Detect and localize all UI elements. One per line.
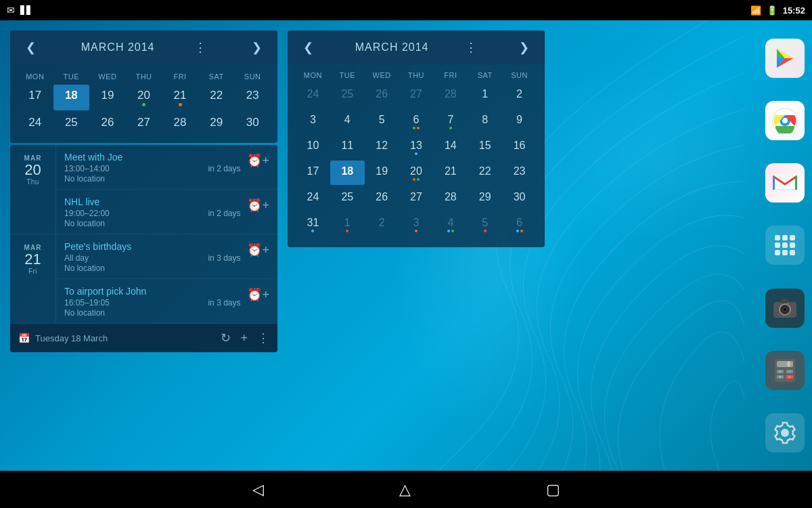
rcal-26p[interactable]: 26 — [365, 83, 399, 108]
event-add-btn-birthdays[interactable]: ⏰+ — [244, 241, 272, 259]
status-bar: ✉ ▋▋ 📶 🔋 15:52 — [0, 0, 812, 20]
svg-rect-10 — [773, 176, 775, 190]
rcal-1[interactable]: 1 — [468, 83, 502, 108]
rcal-1n[interactable]: 1 — [330, 212, 365, 236]
event-add-btn-meet-joe[interactable]: ⏰+ — [244, 152, 272, 169]
cal-day-27[interactable]: 27 — [126, 112, 162, 133]
cal-day-18[interactable]: 18 — [53, 85, 90, 110]
small-cal-header: ❮ MARCH 2014 ⋮ ❯ — [10, 30, 277, 64]
cal-day-17[interactable]: 17 — [17, 85, 53, 110]
rcal-5[interactable]: 5 — [365, 109, 399, 133]
settings-btn[interactable] — [765, 413, 805, 452]
rcal-7[interactable]: 7 — [433, 109, 468, 133]
event-time-airport: 16:05–19:05 — [64, 298, 110, 308]
rcal-19[interactable]: 19 — [365, 161, 399, 185]
rcal-30[interactable]: 30 — [502, 186, 537, 211]
rcal-22[interactable]: 22 — [468, 161, 502, 185]
rcal-6n[interactable]: 6 — [502, 212, 537, 236]
rcal-25p[interactable]: 25 — [330, 83, 365, 108]
play-store-icon — [773, 46, 797, 70]
event-item-meet-joe[interactable]: Meet with Joe 13:00–14:00 in 2 days No l… — [56, 145, 277, 190]
cal-day-21[interactable]: 21 — [162, 85, 198, 110]
rcal-24p[interactable]: 24 — [296, 83, 330, 108]
rcal-18-today[interactable]: 18 — [330, 161, 365, 185]
svg-rect-28 — [777, 361, 793, 367]
rcal-23[interactable]: 23 — [502, 161, 537, 185]
rcal-3[interactable]: 3 — [296, 109, 330, 133]
cal-day-28[interactable]: 28 — [162, 112, 198, 133]
right-cal-prev-btn[interactable]: ❮ — [298, 39, 319, 56]
footer-menu-btn[interactable]: ⋮ — [257, 331, 269, 345]
rcal-28p[interactable]: 28 — [433, 83, 468, 108]
rcal-24[interactable]: 24 — [296, 186, 330, 211]
rcal-10[interactable]: 10 — [296, 135, 330, 159]
event-item-nhl[interactable]: NHL live 19:00–22:00 in 2 days No locati… — [56, 190, 277, 234]
small-cal-next-btn[interactable]: ❯ — [246, 39, 267, 56]
rcal-31[interactable]: 31 — [296, 212, 330, 236]
cal-day-19[interactable]: 19 — [89, 85, 126, 110]
event-items-mar20: Meet with Joe 13:00–14:00 in 2 days No l… — [56, 145, 277, 234]
rcal-2n[interactable]: 2 — [365, 212, 399, 236]
cal-day-25[interactable]: 25 — [53, 112, 90, 133]
right-cal-menu-btn[interactable]: ⋮ — [465, 40, 477, 55]
rcal-13[interactable]: 13 — [399, 135, 434, 159]
camera-btn[interactable] — [765, 289, 805, 328]
rcal-27p[interactable]: 27 — [399, 83, 434, 108]
svg-point-26 — [786, 303, 789, 305]
rcal-29[interactable]: 29 — [468, 186, 502, 211]
cal-day-26[interactable]: 26 — [89, 112, 126, 133]
event-item-airport[interactable]: To airport pick John 16:05–19:05 in 3 da… — [56, 279, 277, 323]
small-cal-grid: MON TUE WED THU FRI SAT SUN 17 18 19 20 … — [10, 64, 277, 143]
event-add-btn-nhl[interactable]: ⏰+ — [244, 196, 272, 214]
battery-icon: 🔋 — [767, 5, 777, 16]
rcal-5n[interactable]: 5 — [468, 212, 502, 236]
day-header-fri: FRI — [162, 70, 198, 83]
cal-day-20[interactable]: 20 — [126, 85, 162, 110]
day-header-mon: MON — [17, 70, 53, 83]
right-cal-grid: MON TUE WED THU FRI SAT SUN 24 25 26 27 … — [288, 64, 545, 247]
rcal-9[interactable]: 9 — [502, 109, 537, 133]
rcal-6[interactable]: 6 — [399, 109, 434, 133]
svg-rect-15 — [775, 242, 780, 248]
rcal-4[interactable]: 4 — [330, 109, 365, 133]
calculator-btn[interactable]: 0 + − × ÷ — [765, 351, 805, 390]
apps-btn[interactable] — [765, 226, 805, 265]
rcal-8[interactable]: 8 — [468, 109, 502, 133]
footer-refresh-btn[interactable]: ↻ — [221, 331, 231, 345]
small-cal-menu-btn[interactable]: ⋮ — [194, 40, 206, 55]
rcal-20[interactable]: 20 — [399, 161, 434, 185]
cal-day-30[interactable]: 30 — [234, 112, 271, 133]
rcal-4n[interactable]: 4 — [433, 212, 468, 236]
rcal-2[interactable]: 2 — [502, 83, 537, 108]
cal-day-24[interactable]: 24 — [17, 112, 53, 133]
rcal-11[interactable]: 11 — [330, 135, 365, 159]
cal-day-23[interactable]: 23 — [234, 85, 271, 110]
cal-day-29[interactable]: 29 — [198, 112, 235, 133]
rcal-12[interactable]: 12 — [365, 135, 399, 159]
cal-day-22[interactable]: 22 — [198, 85, 235, 110]
small-cal-prev-btn[interactable]: ❮ — [20, 39, 41, 56]
gmail-btn[interactable] — [765, 163, 805, 203]
rcal-3n[interactable]: 3 — [399, 212, 434, 236]
recent-btn[interactable]: ▢ — [546, 481, 560, 499]
rcal-15[interactable]: 15 — [468, 135, 502, 159]
rcal-26[interactable]: 26 — [365, 186, 399, 211]
week-row-2: 24 25 26 27 28 29 30 — [17, 112, 271, 133]
rcal-21[interactable]: 21 — [433, 161, 468, 185]
event-add-btn-airport[interactable]: ⏰+ — [244, 286, 272, 303]
event-item-birthdays[interactable]: Pete's birthdays All day in 3 days No lo… — [56, 234, 277, 279]
event-time-meet-joe: 13:00–14:00 — [64, 164, 110, 173]
event-location-airport: No location — [64, 308, 240, 318]
rcal-17[interactable]: 17 — [296, 161, 330, 185]
play-store-btn[interactable] — [765, 39, 805, 78]
rcal-27[interactable]: 27 — [399, 186, 434, 211]
back-btn[interactable]: ◁ — [252, 481, 264, 499]
rcal-28[interactable]: 28 — [433, 186, 468, 211]
rcal-14[interactable]: 14 — [433, 135, 468, 159]
chrome-btn[interactable] — [765, 101, 805, 140]
footer-add-btn[interactable]: + — [240, 331, 248, 345]
rcal-25[interactable]: 25 — [330, 186, 365, 211]
home-btn[interactable]: △ — [399, 481, 411, 499]
right-cal-next-btn[interactable]: ❯ — [514, 39, 535, 56]
rcal-16[interactable]: 16 — [502, 135, 537, 159]
